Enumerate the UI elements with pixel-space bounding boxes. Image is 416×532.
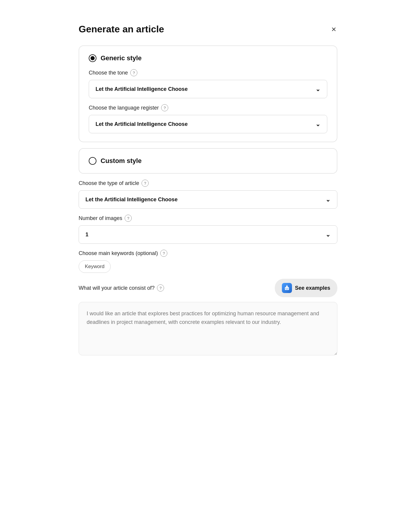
number-of-images-section: Number of images ? 1 ⌄ xyxy=(79,215,337,244)
generic-style-card: Generic style Choose the tone ? Let the … xyxy=(79,45,337,142)
number-of-images-help-icon[interactable]: ? xyxy=(125,215,132,222)
tone-dropdown-value: Let the Artificial Intelligence Choose xyxy=(96,86,188,92)
keywords-help-icon[interactable]: ? xyxy=(160,250,167,257)
keywords-section: Choose main keywords (optional) ? Keywor… xyxy=(79,250,337,273)
article-type-help-icon[interactable]: ? xyxy=(142,180,149,187)
custom-style-radio[interactable] xyxy=(89,157,96,165)
article-type-dropdown-value: Let the Artificial Intelligence Choose xyxy=(85,197,177,203)
robot-icon xyxy=(282,283,292,293)
article-type-label: Choose the type of article ? xyxy=(79,180,337,187)
number-of-images-dropdown[interactable]: 1 ⌄ xyxy=(79,225,337,244)
number-of-images-chevron-icon: ⌄ xyxy=(326,231,331,238)
see-examples-label: See examples xyxy=(295,285,330,291)
article-type-dropdown[interactable]: Let the Artificial Intelligence Choose ⌄ xyxy=(79,190,337,209)
svg-point-3 xyxy=(287,288,288,289)
article-type-section: Choose the type of article ? Let the Art… xyxy=(79,180,337,209)
modal-title: Generate an article xyxy=(79,24,164,35)
tone-dropdown[interactable]: Let the Artificial Intelligence Choose ⌄ xyxy=(89,80,327,98)
svg-rect-4 xyxy=(286,289,287,290)
generic-style-label: Generic style xyxy=(101,54,142,62)
number-of-images-dropdown-value: 1 xyxy=(85,232,88,238)
generic-style-radio[interactable] xyxy=(89,54,96,62)
article-type-chevron-icon: ⌄ xyxy=(326,196,331,203)
generic-style-radio-row[interactable]: Generic style xyxy=(89,54,327,62)
article-consist-row: What will your article consist of? ? Se xyxy=(79,279,337,297)
modal: Generate an article × Generic style Choo… xyxy=(66,12,350,380)
svg-point-2 xyxy=(285,288,286,289)
see-examples-button[interactable]: See examples xyxy=(275,279,337,297)
language-register-dropdown-value: Let the Artificial Intelligence Choose xyxy=(96,121,188,127)
article-consist-help-icon[interactable]: ? xyxy=(157,284,164,292)
close-button[interactable]: × xyxy=(330,24,337,35)
language-register-help-icon[interactable]: ? xyxy=(161,104,168,111)
modal-header: Generate an article × xyxy=(79,24,337,35)
language-register-field-label: Choose the language register ? xyxy=(89,104,327,111)
keyword-chip-label: Keyword xyxy=(85,264,104,270)
article-consist-section: What will your article consist of? ? Se xyxy=(79,279,337,357)
custom-style-radio-row[interactable]: Custom style xyxy=(89,157,327,165)
keyword-chip[interactable]: Keyword xyxy=(79,260,111,273)
language-register-dropdown[interactable]: Let the Artificial Intelligence Choose ⌄ xyxy=(89,115,327,133)
tone-help-icon[interactable]: ? xyxy=(130,69,137,76)
custom-style-card: Custom style xyxy=(79,148,337,174)
article-consist-textarea[interactable] xyxy=(79,302,337,355)
custom-style-label: Custom style xyxy=(101,157,142,165)
language-register-chevron-icon: ⌄ xyxy=(315,121,320,128)
number-of-images-label: Number of images ? xyxy=(79,215,337,222)
tone-chevron-icon: ⌄ xyxy=(315,86,320,93)
article-consist-label: What will your article consist of? ? xyxy=(79,284,164,292)
tone-field-label: Choose the tone ? xyxy=(89,69,327,76)
keywords-label: Choose main keywords (optional) ? xyxy=(79,250,337,257)
